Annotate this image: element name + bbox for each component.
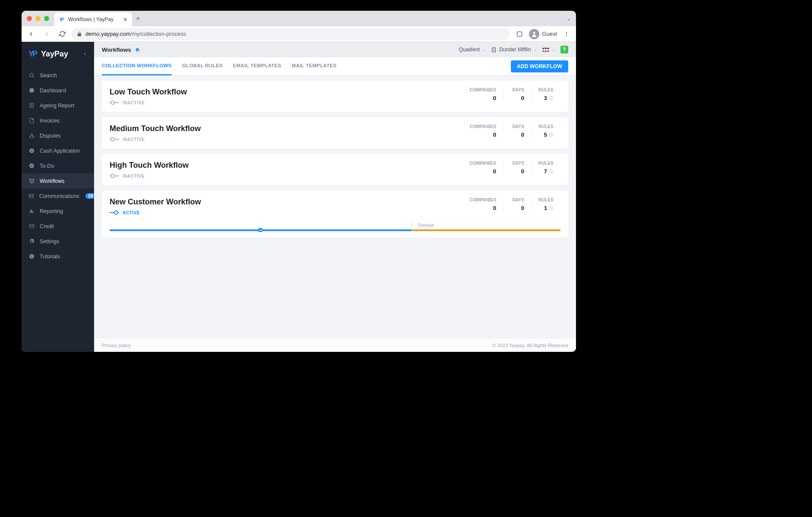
stat-label-companies: COMPANIES xyxy=(469,161,496,166)
clock-icon xyxy=(549,169,554,174)
stat-label-rules: RULES xyxy=(538,197,554,202)
svg-point-21 xyxy=(111,101,114,104)
workflow-title: New Customer Workflow xyxy=(110,197,201,207)
stat-value-days: 0 xyxy=(510,168,524,175)
footer: Privacy policy © 2023 Yaypay. All Rights… xyxy=(94,338,576,352)
sidebar-item-invoices[interactable]: Invoices xyxy=(22,113,94,128)
privacy-link[interactable]: Privacy policy xyxy=(102,343,131,348)
svg-point-3 xyxy=(566,33,567,34)
stat-label-days: DAYS xyxy=(510,161,524,166)
sidebar-item-communications[interactable]: Communications18 xyxy=(22,188,94,204)
workflow-card[interactable]: New Customer WorkflowACTIVECOMPANIES0DAY… xyxy=(102,191,568,238)
svg-rect-19 xyxy=(492,47,496,52)
copyright: © 2023 Yaypay. All Rights Reserved xyxy=(492,343,568,348)
dollar-icon: $ xyxy=(28,148,35,154)
gear-icon xyxy=(28,238,35,244)
parent-org-selector[interactable]: Quadient ⌄ xyxy=(459,47,486,53)
tab-mail-templates[interactable]: MAIL TEMPLATES xyxy=(292,57,337,75)
stat-label-days: DAYS xyxy=(510,197,524,202)
brand-logo-icon: YP xyxy=(28,50,38,59)
stat-value-rules: 3 xyxy=(538,95,554,101)
workflow-list: Low Touch WorkflowINACTIVECOMPANIES0DAYS… xyxy=(94,75,576,338)
stat-label-companies: COMPANIES xyxy=(469,197,496,202)
stat-value-companies: 0 xyxy=(469,95,496,101)
sidebar-item-settings[interactable]: Settings xyxy=(22,234,94,249)
overdue-label: Overdue xyxy=(418,223,560,228)
workflow-stats: COMPANIES0DAYS0RULES7 xyxy=(463,161,560,175)
tab-collection-workflows[interactable]: COLLECTION WORKFLOWS xyxy=(102,57,172,75)
sidebar-item-search[interactable]: Search xyxy=(22,68,94,83)
svg-point-5 xyxy=(30,73,33,77)
tabs-row: COLLECTION WORKFLOWS GLOBAL RULES EMAIL … xyxy=(94,57,576,75)
workflow-card[interactable]: Low Touch WorkflowINACTIVECOMPANIES0DAYS… xyxy=(102,81,568,112)
close-window-icon[interactable] xyxy=(27,16,32,21)
svg-point-1 xyxy=(533,31,535,34)
sidebar-item-ageing-report[interactable]: Ageing Report xyxy=(22,98,94,113)
sidebar-item-dashboard[interactable]: Dashboard xyxy=(22,83,94,98)
nav-back-button[interactable] xyxy=(25,28,37,40)
sidebar: YP YayPay SearchDashboardAgeing ReportIn… xyxy=(22,42,94,352)
tabs-dropdown-icon[interactable]: ⌄ xyxy=(567,16,571,22)
svg-rect-13 xyxy=(31,209,32,213)
add-workflow-button[interactable]: ADD WORKFLOW xyxy=(511,60,568,72)
warning-icon xyxy=(28,133,35,139)
svg-point-30 xyxy=(114,211,118,214)
browser-tab[interactable]: YP Workflows | YayPay ✕ xyxy=(54,13,132,26)
sidebar-item-label: Disputes xyxy=(40,133,61,139)
collapse-sidebar-icon[interactable] xyxy=(83,52,87,56)
company-label: Dunder Mifflin xyxy=(499,47,531,53)
url-path: /my/collection-process xyxy=(131,31,186,37)
maximize-window-icon[interactable] xyxy=(44,16,49,21)
sidebar-item-workflows[interactable]: Workflows xyxy=(22,173,94,188)
sidebar-item-reporting[interactable]: Reporting xyxy=(22,204,94,219)
status-label: INACTIVE xyxy=(123,100,145,105)
brand-area: YP YayPay xyxy=(22,42,94,66)
sidebar-item-to-do[interactable]: To-Do xyxy=(22,158,94,173)
company-selector[interactable]: Dunder Mifflin ⌄ xyxy=(491,47,537,53)
status-toggle-icon[interactable] xyxy=(110,137,119,142)
help-button[interactable]: ? xyxy=(560,46,568,53)
breadcrumb-bar: Workflows Quadient ⌄ Dunder Mifflin ⌄ xyxy=(94,42,576,57)
url-bar[interactable]: demo.yaypay.com/my/collection-process xyxy=(72,28,510,40)
status-label: INACTIVE xyxy=(123,137,145,142)
mail-icon xyxy=(28,193,34,199)
profile-label: Guest xyxy=(542,31,557,37)
sidebar-item-label: Invoices xyxy=(40,118,60,124)
invoice-icon xyxy=(28,118,35,124)
svg-rect-14 xyxy=(32,211,33,213)
stat-label-days: DAYS xyxy=(510,124,524,129)
workflow-card[interactable]: High Touch WorkflowINACTIVECOMPANIES0DAY… xyxy=(102,154,568,185)
locale-selector[interactable]: ⌄ xyxy=(542,47,555,52)
status-toggle-icon[interactable] xyxy=(110,100,119,105)
close-tab-icon[interactable]: ✕ xyxy=(123,16,128,23)
workflow-card[interactable]: Medium Touch WorkflowINACTIVECOMPANIES0D… xyxy=(102,117,568,149)
minimize-window-icon[interactable] xyxy=(35,16,41,21)
install-app-icon[interactable] xyxy=(513,28,526,40)
clock-icon xyxy=(549,132,554,137)
home-icon[interactable] xyxy=(135,47,140,53)
status-toggle-icon[interactable] xyxy=(110,173,119,179)
tab-global-rules[interactable]: GLOBAL RULES xyxy=(182,57,223,75)
tab-email-templates[interactable]: EMAIL TEMPLATES xyxy=(233,57,281,75)
status-toggle-icon[interactable] xyxy=(110,210,119,215)
sidebar-item-tutorials[interactable]: Tutorials xyxy=(22,249,94,264)
sidebar-item-cash-application[interactable]: $Cash Application xyxy=(22,143,94,158)
info-icon xyxy=(28,254,35,260)
browser-chrome: YP Workflows | YayPay ✕ + ⌄ demo. xyxy=(22,11,576,42)
browser-menu-icon[interactable] xyxy=(560,28,573,40)
nav-forward-button[interactable] xyxy=(41,28,53,40)
nav-reload-button[interactable] xyxy=(56,28,68,40)
new-tab-button[interactable]: + xyxy=(132,13,144,25)
sidebar-item-credit[interactable]: Credit xyxy=(22,219,94,234)
sidebar-item-disputes[interactable]: Disputes xyxy=(22,128,94,143)
stat-label-companies: COMPANIES xyxy=(469,124,496,129)
sidebar-item-label: Workflows xyxy=(40,178,64,184)
workflow-stats: COMPANIES0DAYS0RULES5 xyxy=(463,124,560,138)
favicon-icon: YP xyxy=(59,16,65,22)
profile-chip[interactable]: Guest xyxy=(529,29,557,39)
brand-name: YayPay xyxy=(41,50,68,59)
stat-label-rules: RULES xyxy=(538,161,554,166)
svg-point-27 xyxy=(111,174,114,178)
sidebar-item-label: Reporting xyxy=(40,208,63,214)
lock-icon xyxy=(77,31,82,37)
